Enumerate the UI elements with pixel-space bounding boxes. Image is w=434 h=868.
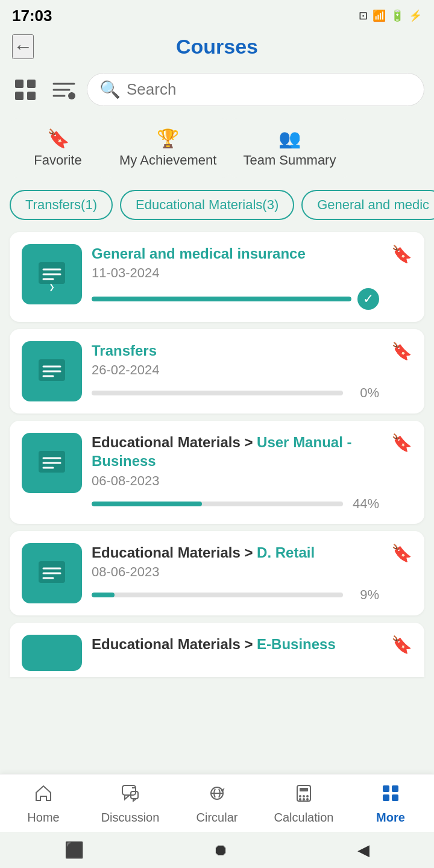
nav-circular-label: Circular — [197, 811, 238, 825]
course-date-2: 26-02-2024 — [92, 362, 379, 378]
nav-circular[interactable]: Circular — [187, 783, 247, 825]
svg-point-36 — [303, 798, 305, 800]
progress-row-2: 0% — [92, 385, 379, 401]
bookmark-button-2[interactable]: 🔖 — [391, 341, 412, 361]
course-card-2[interactable]: Transfers 26-02-2024 0% 🔖 — [10, 329, 424, 414]
svg-point-34 — [306, 795, 309, 797]
circular-icon — [207, 783, 227, 808]
android-back-icon[interactable]: ◀ — [357, 841, 370, 860]
wifi-icon: 📶 — [373, 9, 386, 22]
course-card-5-partial[interactable]: Educational Materials > E-Business 🔖 — [10, 623, 424, 677]
nav-discussion[interactable]: Discussion — [100, 783, 160, 825]
filter-general[interactable]: General and medic — [301, 190, 434, 220]
nav-home[interactable]: Home — [13, 783, 74, 825]
course-info-4: Educational Materials > D. Retail 08-06-… — [92, 543, 379, 603]
progress-label-2: 0% — [349, 385, 379, 401]
status-icons: ⊡ 📶 🔋 ⚡ — [359, 9, 422, 22]
filter-button[interactable] — [48, 74, 80, 105]
bookmark-button-5[interactable]: 🔖 — [391, 635, 412, 655]
svg-rect-2 — [15, 92, 24, 100]
search-box[interactable]: 🔍 — [87, 73, 424, 106]
nav-calculation[interactable]: Calculation — [274, 783, 334, 825]
svg-rect-1 — [27, 80, 36, 88]
filter-transfers[interactable]: Transfers(1) — [10, 190, 113, 220]
team-summary-button[interactable]: 👥 Team Summary — [230, 118, 349, 178]
bookmark-button-4[interactable]: 🔖 — [391, 543, 412, 563]
filter-educational[interactable]: Educational Materials(3) — [120, 190, 294, 220]
course-title-prefix-3: Educational Materials > — [92, 434, 257, 450]
bookmark-button-3[interactable]: 🔖 — [391, 433, 412, 453]
android-square-icon[interactable]: ⬛ — [64, 841, 84, 860]
progress-bar-bg-4 — [92, 593, 343, 597]
svg-point-37 — [306, 798, 309, 800]
android-circle-icon[interactable]: ⏺ — [213, 841, 228, 860]
course-date-1: 11-03-2024 — [92, 265, 379, 281]
calculation-icon — [294, 783, 314, 808]
nav-home-label: Home — [27, 811, 59, 825]
course-title-4: Educational Materials > D. Retail — [92, 543, 379, 562]
svg-rect-9 — [39, 262, 65, 284]
favorite-label: Favorite — [34, 153, 81, 168]
more-icon — [380, 783, 401, 808]
progress-bar-fill-1 — [92, 297, 351, 301]
search-row: 🔍 — [0, 68, 434, 113]
complete-icon-1: ✓ — [357, 288, 379, 310]
trophy-icon: 🏆 — [157, 128, 179, 149]
nav-more-label: More — [376, 811, 405, 825]
team-label: Team Summary — [243, 153, 336, 168]
bookmark-button-1[interactable]: 🔖 — [391, 244, 412, 264]
progress-bar-bg-2 — [92, 391, 343, 395]
svg-rect-31 — [300, 788, 308, 791]
back-button[interactable]: ← — [12, 34, 34, 59]
course-title-prefix-5: Educational Materials > — [92, 636, 257, 652]
course-list: General and medical insurance 11-03-2024… — [0, 227, 434, 682]
battery-icon: 🔋 — [391, 9, 404, 22]
course-card-3[interactable]: Educational Materials > User Manual - Bu… — [10, 421, 424, 523]
progress-bar-fill-4 — [92, 593, 115, 597]
course-title-prefix-4: Educational Materials > — [92, 544, 257, 561]
status-bar: 17:03 ⊡ 📶 🔋 ⚡ — [0, 0, 434, 29]
course-thumb-2 — [22, 341, 82, 401]
progress-bar-bg-1 — [92, 297, 351, 301]
svg-rect-38 — [383, 785, 389, 792]
status-time: 17:03 — [12, 7, 52, 25]
svg-rect-41 — [392, 794, 398, 801]
svg-rect-21 — [39, 561, 65, 583]
course-card-4[interactable]: Educational Materials > D. Retail 08-06-… — [10, 531, 424, 615]
course-title-1: General and medical insurance — [92, 244, 379, 263]
category-row: 🔖 Favorite 🏆 My Achievement 👥 Team Summa… — [0, 113, 434, 185]
discussion-icon — [120, 783, 140, 808]
search-input[interactable] — [127, 80, 412, 99]
home-icon — [33, 783, 54, 808]
top-nav: ← Courses — [0, 29, 434, 68]
signal-icon: ⊡ — [359, 9, 368, 22]
course-date-4: 08-06-2023 — [92, 564, 379, 580]
nav-discussion-label: Discussion — [101, 811, 160, 825]
grid-view-button[interactable] — [10, 74, 41, 105]
course-title-highlight-4: D. Retail — [257, 544, 315, 561]
progress-bar-fill-3 — [92, 502, 202, 506]
course-info-2: Transfers 26-02-2024 0% — [92, 341, 379, 401]
svg-rect-0 — [15, 80, 24, 88]
course-title-3: Educational Materials > User Manual - Bu… — [92, 433, 379, 470]
course-thumb-5 — [22, 635, 82, 671]
progress-label-3: 44% — [349, 496, 379, 512]
nav-calculation-label: Calculation — [274, 811, 334, 825]
achievement-label: My Achievement — [119, 153, 216, 168]
nav-more[interactable]: More — [360, 783, 421, 825]
favorite-button[interactable]: 🔖 Favorite — [10, 118, 106, 178]
achievement-button[interactable]: 🏆 My Achievement — [106, 118, 230, 178]
svg-point-35 — [299, 798, 301, 800]
charging-icon: ⚡ — [409, 9, 422, 22]
search-icon: 🔍 — [99, 80, 121, 99]
svg-rect-3 — [27, 92, 36, 100]
course-thumb-1 — [22, 244, 82, 304]
svg-rect-17 — [39, 451, 65, 473]
course-title-5: Educational Materials > E-Business — [92, 635, 379, 653]
course-card-1[interactable]: General and medical insurance 11-03-2024… — [10, 232, 424, 322]
course-info-5: Educational Materials > E-Business — [92, 635, 379, 656]
page-title: Courses — [176, 35, 258, 58]
bottom-nav: Home Discussion Circular — [0, 774, 434, 832]
bookmark-icon: 🔖 — [47, 128, 69, 149]
svg-point-32 — [299, 795, 301, 797]
